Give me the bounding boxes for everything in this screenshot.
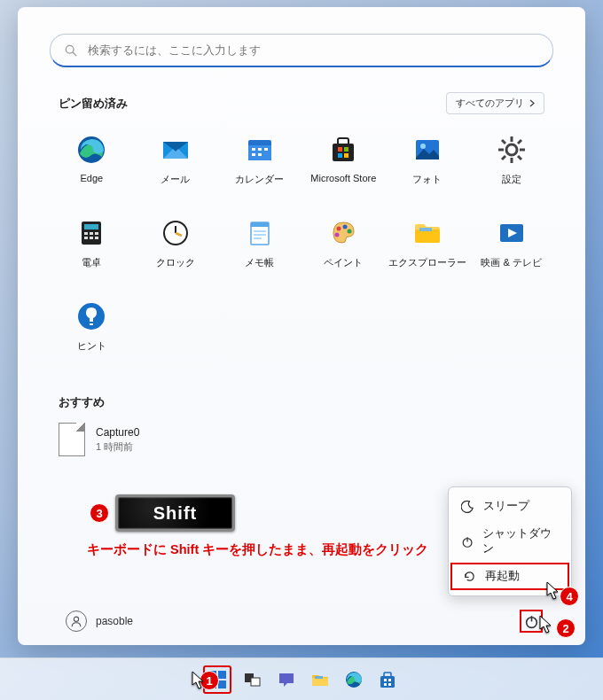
svg-rect-68 (388, 679, 391, 681)
taskview-icon (243, 670, 262, 689)
chevron-right-icon (529, 99, 535, 107)
svg-rect-63 (312, 678, 328, 686)
svg-rect-6 (252, 148, 255, 151)
user-button[interactable]: pasoble (66, 611, 133, 632)
cursor-icon (546, 581, 560, 601)
search-input[interactable]: 検索するには、ここに入力します (50, 34, 553, 67)
svg-rect-15 (344, 153, 348, 158)
app-movies-tv[interactable]: 映画 & テレビ (469, 210, 553, 286)
app-label: フォト (412, 173, 442, 186)
taskbar-explorer[interactable] (308, 667, 333, 692)
svg-rect-8 (264, 148, 268, 151)
svg-rect-9 (252, 153, 255, 156)
tips-icon (75, 300, 107, 332)
svg-rect-39 (251, 222, 269, 227)
store-icon (327, 134, 359, 166)
app-notepad[interactable]: メモ帳 (217, 210, 302, 286)
svg-point-0 (66, 45, 74, 53)
recommended-text: Capture0 1 時間前 (96, 426, 139, 454)
app-label: エクスプローラー (388, 256, 466, 269)
annotation-2: 2 (556, 618, 576, 638)
svg-rect-29 (84, 232, 88, 235)
svg-rect-30 (90, 232, 93, 235)
svg-rect-66 (380, 676, 395, 688)
svg-rect-32 (84, 237, 88, 239)
search-icon (65, 44, 77, 57)
app-paint[interactable]: ペイント (302, 210, 386, 286)
svg-rect-11 (333, 144, 354, 161)
svg-line-25 (502, 156, 505, 159)
svg-rect-48 (419, 228, 432, 231)
svg-rect-5 (248, 145, 271, 160)
app-label: メモ帳 (245, 256, 274, 269)
svg-rect-13 (344, 147, 348, 152)
taskbar-edge[interactable] (341, 667, 366, 692)
app-mail[interactable]: メール (134, 127, 218, 203)
start-footer: pasoble (18, 597, 585, 645)
restart-icon (463, 570, 476, 583)
taskbar-taskview[interactable] (240, 667, 265, 692)
power-menu: スリープ シャットダウン 再起動 (448, 486, 572, 596)
app-clock[interactable]: クロック (134, 210, 218, 286)
svg-point-17 (420, 144, 426, 149)
app-label: カレンダー (235, 173, 284, 186)
taskbar (0, 657, 603, 700)
app-edge[interactable]: Edge (50, 127, 134, 203)
instruction-text: キーボードに Shift キーを押したまま、再起動をクリック (87, 541, 428, 558)
recommended-header: おすすめ (50, 394, 553, 410)
movies-icon (496, 217, 528, 249)
app-ms-store[interactable]: Microsoft Store (302, 127, 386, 203)
app-label: ヒント (77, 339, 106, 353)
edge-icon (75, 134, 107, 166)
folder-icon (411, 217, 443, 249)
sleep-label: スリープ (483, 499, 529, 514)
svg-rect-64 (315, 676, 323, 679)
pinned-title: ピン留め済み (59, 96, 128, 112)
svg-point-18 (506, 144, 517, 155)
recommended-time: 1 時間前 (96, 440, 139, 454)
store-icon (378, 670, 397, 689)
svg-rect-34 (95, 237, 98, 239)
taskbar-store[interactable] (375, 667, 400, 692)
app-explorer[interactable]: エクスプローラー (386, 210, 470, 286)
svg-point-43 (337, 227, 341, 231)
all-apps-label: すべてのアプリ (456, 97, 524, 110)
svg-point-44 (343, 225, 348, 229)
power-sleep[interactable]: スリープ (449, 493, 571, 520)
svg-rect-62 (251, 678, 260, 686)
all-apps-button[interactable]: すべてのアプリ (446, 92, 544, 114)
sleep-icon (461, 500, 474, 513)
app-photos[interactable]: フォト (386, 127, 470, 203)
shift-key-graphic: Shift (115, 494, 235, 532)
power-icon (461, 535, 474, 548)
recommended-item[interactable]: Capture0 1 時間前 (59, 423, 553, 456)
svg-line-23 (502, 140, 505, 144)
power-shutdown[interactable]: シャットダウン (449, 520, 571, 563)
user-name: pasoble (96, 615, 133, 627)
recommended-name: Capture0 (96, 426, 139, 439)
chat-icon (277, 670, 296, 689)
app-settings[interactable]: 設定 (469, 127, 553, 203)
svg-rect-47 (415, 229, 440, 243)
svg-point-46 (335, 233, 340, 237)
taskbar-chat[interactable] (274, 667, 299, 692)
app-calculator[interactable]: 電卓 (50, 210, 134, 286)
svg-rect-7 (258, 148, 262, 151)
svg-rect-31 (95, 232, 98, 235)
folder-icon (310, 670, 330, 689)
power-icon (524, 614, 539, 629)
photos-icon (411, 134, 443, 166)
svg-rect-51 (90, 323, 93, 325)
calculator-icon (75, 217, 107, 249)
clock-icon (160, 217, 192, 249)
app-label: クロック (156, 256, 195, 269)
app-tips[interactable]: ヒント (50, 293, 134, 369)
annotation-3: 3 (90, 503, 109, 523)
calendar-icon (244, 134, 276, 166)
notepad-icon (244, 217, 276, 249)
shutdown-label: シャットダウン (482, 526, 559, 556)
svg-rect-14 (338, 153, 342, 158)
user-icon (66, 611, 87, 632)
app-calendar[interactable]: カレンダー (217, 127, 302, 203)
svg-rect-70 (388, 683, 391, 686)
